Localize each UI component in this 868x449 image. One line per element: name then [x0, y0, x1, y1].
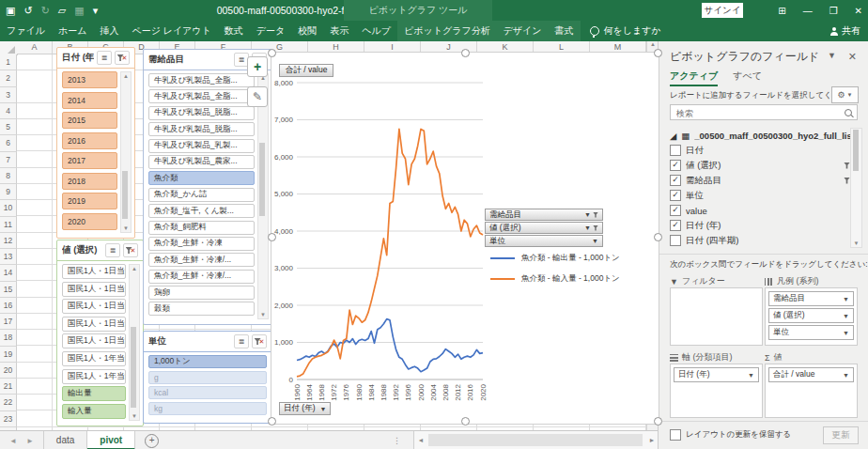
chart-selection-handle[interactable] — [654, 417, 662, 426]
field-row-1[interactable]: ✓値 (選択) — [670, 158, 850, 173]
slicer-item[interactable]: 2013 — [62, 71, 117, 88]
row-header-23[interactable]: 23 — [0, 411, 17, 427]
contextual-tab-1[interactable]: デザイン — [497, 21, 549, 41]
slicer-item[interactable]: 牛乳及び乳製品_全脂... — [148, 89, 255, 103]
slicer-item[interactable]: 牛乳及び乳製品_脱脂... — [148, 106, 255, 120]
slicer-item[interactable]: 魚介類_生鮮・冷凍/... — [148, 270, 255, 284]
field-search-input[interactable] — [674, 106, 843, 120]
field-checkbox[interactable] — [670, 235, 681, 246]
chart-axis-field-button[interactable]: 日付 (年) ▼ — [279, 402, 331, 415]
ribbon-tab-3[interactable]: ページ レイアウト — [125, 21, 217, 41]
row-header-22[interactable]: 22 — [0, 395, 17, 410]
horizontal-scrollbar[interactable]: ◄ ► — [413, 431, 659, 449]
row-header-1[interactable]: 1 — [0, 54, 17, 70]
slicer-item[interactable]: 2020 — [62, 213, 117, 230]
area-box-legend[interactable]: 需給品目▼値 (選択)▼単位▼ — [765, 287, 858, 346]
pane-tab-active[interactable]: アクティブ — [670, 70, 718, 86]
row-header-11[interactable]: 11 — [0, 217, 17, 233]
chart-selection-handle[interactable] — [654, 233, 662, 241]
row-header-6[interactable]: 6 — [0, 135, 17, 151]
scroll-left-icon[interactable]: ◄ — [414, 431, 427, 449]
ribbon-tab-5[interactable]: データ — [250, 21, 291, 41]
field-row-4[interactable]: ✓value — [670, 203, 850, 218]
save-icon[interactable]: ▣ — [6, 5, 15, 17]
prev-sheet-icon[interactable]: ◄ — [9, 437, 17, 445]
area-field-pill[interactable]: 値 (選択)▼ — [768, 308, 854, 323]
scroll-down-icon[interactable]: ▼ — [258, 311, 268, 318]
horizontal-scrollbar-thumb[interactable] — [428, 434, 643, 446]
field-row-0[interactable]: 日付 — [670, 143, 850, 158]
pane-options-icon[interactable]: ▼ — [828, 51, 836, 60]
scroll-down-icon[interactable]: ▼ — [130, 412, 139, 420]
area-field-pill[interactable]: 合計 / value▼ — [768, 367, 854, 382]
tab-splitter[interactable]: ⋮ — [393, 436, 401, 445]
slicer-item[interactable]: 2017 — [62, 152, 117, 169]
field-checkbox[interactable]: ✓ — [670, 220, 681, 231]
slicer-item[interactable]: 国民1人・1年当たり供... — [62, 351, 126, 366]
maximize-icon[interactable]: ❐ — [829, 6, 838, 16]
chart-elements-button[interactable]: + — [247, 56, 268, 77]
contextual-tab-0[interactable]: ピボットグラフ分析 — [397, 21, 497, 41]
field-row-6[interactable]: 日付 (四半期) — [670, 233, 850, 248]
chart-series-field-button-2[interactable]: 単位▼ — [485, 235, 603, 247]
update-button[interactable]: 更新 — [823, 426, 859, 444]
field-search-box[interactable] — [670, 104, 858, 120]
slicer-item[interactable]: 輸入量 — [62, 404, 126, 419]
row-header-14[interactable]: 14 — [0, 265, 17, 281]
slicer-item[interactable]: 2014 — [62, 92, 117, 109]
row-header-4[interactable]: 4 — [0, 103, 17, 119]
slicer-item[interactable]: 国民1人・1日当たり供... — [62, 333, 126, 348]
slicer-item[interactable]: 国民1人・1日当たり供... — [62, 299, 126, 314]
row-header-20[interactable]: 20 — [0, 363, 17, 379]
slicer-item[interactable]: 魚介類 — [148, 171, 255, 185]
field-row-3[interactable]: ✓単位 — [670, 188, 850, 203]
defer-layout-row[interactable]: レイアウトの更新を保留する — [670, 429, 791, 441]
row-header-2[interactable]: 2 — [0, 70, 17, 86]
next-sheet-icon[interactable]: ► — [26, 437, 34, 445]
field-list-scrollbar-thumb[interactable] — [853, 130, 859, 171]
area-box-axis[interactable]: 日付 (年)▼ — [670, 364, 763, 418]
row-header-18[interactable]: 18 — [0, 330, 17, 346]
slicer-value-selection[interactable]: 値 (選択)≣✕国民1人・1日当たり供...国民1人・1日当たり供...国民1人… — [56, 240, 144, 426]
new-sheet-button[interactable]: + — [145, 434, 159, 448]
chart-value-field-button[interactable]: 合計 / value — [279, 64, 333, 77]
multi-select-button[interactable]: ≣ — [97, 51, 112, 65]
scroll-down-icon[interactable]: ▼ — [121, 224, 131, 232]
clear-filter-button[interactable]: ✕ — [252, 334, 267, 348]
sign-in-button[interactable]: サインイン — [702, 3, 743, 18]
minimize-icon[interactable]: — — [803, 6, 813, 16]
area-box-values[interactable]: 合計 / value▼ — [765, 364, 858, 418]
ribbon-tab-8[interactable]: ヘルプ — [355, 21, 397, 41]
undo-icon[interactable]: ↺ — [23, 5, 32, 17]
slicer-item[interactable]: g — [148, 371, 267, 384]
slicer-item[interactable]: 穀類 — [148, 302, 255, 316]
clear-filter-button[interactable]: ✕ — [123, 243, 138, 257]
select-all-corner[interactable] — [0, 41, 18, 55]
slicer-item[interactable]: 2019 — [62, 193, 117, 209]
pane-close-icon[interactable]: ✕ — [848, 51, 857, 63]
row-header-12[interactable]: 12 — [0, 233, 17, 249]
slicer-item[interactable]: 国民1人・1年当たり供... — [62, 369, 126, 384]
chart-selection-handle[interactable] — [268, 49, 276, 57]
chart-series-field-button-1[interactable]: 値 (選択)▼ — [485, 222, 603, 234]
tell-me-box[interactable]: 何をしますか — [581, 21, 671, 41]
sheet-nav-arrows[interactable]: ◄ ► — [0, 431, 43, 449]
field-checkbox[interactable]: ✓ — [670, 205, 681, 216]
chart-selection-handle[interactable] — [461, 49, 470, 57]
area-field-pill[interactable]: 需給品目▼ — [768, 291, 854, 306]
row-header-5[interactable]: 5 — [0, 119, 17, 135]
field-checkbox[interactable]: ✓ — [670, 175, 681, 186]
chart-selection-handle[interactable] — [268, 417, 276, 426]
row-header-16[interactable]: 16 — [0, 298, 17, 314]
chart-series-field-button-0[interactable]: 需給品目▼ — [485, 209, 603, 221]
contextual-tab-2[interactable]: 書式 — [549, 21, 581, 41]
row-header-3[interactable]: 3 — [0, 87, 17, 103]
field-row-2[interactable]: ✓需給品目 — [670, 173, 850, 188]
chart-selection-handle[interactable] — [461, 417, 470, 426]
field-checkbox[interactable]: ✓ — [670, 160, 681, 171]
row-header-9[interactable]: 9 — [0, 184, 17, 200]
slicer-item[interactable]: 1,000トン — [148, 355, 267, 368]
ribbon-tab-4[interactable]: 数式 — [218, 21, 250, 41]
area-box-filter[interactable] — [670, 287, 763, 346]
slicer-item[interactable]: 牛乳及び乳製品_全脂... — [148, 73, 255, 87]
